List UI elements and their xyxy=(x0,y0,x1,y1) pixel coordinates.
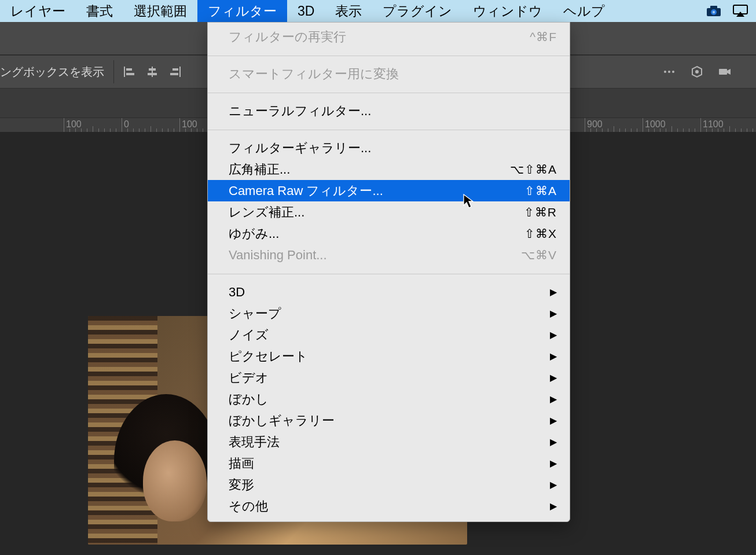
menu-item[interactable]: フィルターギャラリー... xyxy=(208,134,570,159)
svg-rect-7 xyxy=(126,68,132,71)
menu-item: スマートフィルター用に変換 xyxy=(208,60,570,89)
submenu-arrow-icon: ▶ xyxy=(550,372,557,383)
ruler-label: 100 xyxy=(66,119,82,130)
svg-rect-6 xyxy=(124,67,125,77)
submenu-arrow-icon: ▶ xyxy=(550,329,557,340)
menu-item[interactable]: ピクセレート▶ xyxy=(208,346,570,367)
menu-item[interactable]: 広角補正...⌥⇧⌘A xyxy=(208,159,570,180)
menu-item: Vanishing Point...⌥⌘V xyxy=(208,244,570,270)
menu-3d[interactable]: 3D xyxy=(287,0,325,22)
menu-item[interactable]: ぼかし▶ xyxy=(208,388,570,410)
menu-item-label: ニューラルフィルター... xyxy=(229,102,557,120)
menu-item-label: ぼかしギャラリー xyxy=(229,412,550,429)
svg-point-17 xyxy=(672,71,674,73)
svg-rect-20 xyxy=(719,69,727,75)
menu-item[interactable]: その他▶ xyxy=(208,495,570,521)
menu-item-label: ゆがみ... xyxy=(229,225,524,242)
menu-item[interactable]: 3D▶ xyxy=(208,278,570,303)
menu-item[interactable]: レンズ補正...⇧⌘R xyxy=(208,201,570,223)
menu-item-label: シャープ xyxy=(229,305,550,322)
menu-item-label: ノイズ xyxy=(229,326,550,344)
menu-shortcut: ⇧⌘R xyxy=(524,205,557,219)
menu-item[interactable]: ぼかしギャラリー▶ xyxy=(208,410,570,431)
menu-item-label: ビデオ xyxy=(229,369,550,387)
option-transform-bbox-label: ングボックスを表示 xyxy=(0,64,110,80)
svg-marker-21 xyxy=(727,69,731,75)
menu-shortcut: ^⌘F xyxy=(530,30,557,44)
svg-point-19 xyxy=(695,70,699,73)
menu-type[interactable]: 書式 xyxy=(76,0,123,22)
menu-item[interactable]: 描画▶ xyxy=(208,453,570,474)
menu-help[interactable]: ヘルプ xyxy=(553,0,615,22)
menu-item[interactable]: ニューラルフィルター... xyxy=(208,97,570,126)
menu-item-label: Vanishing Point... xyxy=(229,248,521,263)
menu-item-label: レンズ補正... xyxy=(229,204,524,221)
menu-shortcut: ⌥⌘V xyxy=(521,248,557,262)
svg-rect-11 xyxy=(148,73,157,75)
menu-shortcut: ⇧⌘X xyxy=(524,227,557,241)
menu-item-label: Camera Raw フィルター... xyxy=(229,182,524,200)
svg-rect-8 xyxy=(126,73,134,75)
options-more-icon[interactable] xyxy=(662,65,676,79)
submenu-arrow-icon: ▶ xyxy=(550,394,557,405)
svg-rect-13 xyxy=(173,68,178,71)
submenu-arrow-icon: ▶ xyxy=(550,458,557,469)
menu-window[interactable]: ウィンドウ xyxy=(463,0,553,22)
ruler-label: 100 xyxy=(182,119,197,130)
menu-item[interactable]: 変形▶ xyxy=(208,474,570,495)
menu-item-label: フィルターギャラリー... xyxy=(229,139,557,157)
align-right-edges-icon[interactable] xyxy=(168,65,182,79)
svg-point-15 xyxy=(664,71,666,73)
menu-plugin[interactable]: プラグイン xyxy=(372,0,463,22)
menu-view[interactable]: 表示 xyxy=(325,0,372,22)
svg-rect-12 xyxy=(179,67,181,77)
camera-mode-icon[interactable] xyxy=(718,65,732,79)
menu-item-label: ピクセレート xyxy=(229,348,550,365)
menu-item[interactable]: ノイズ▶ xyxy=(208,324,570,346)
menu-item-label: 変形 xyxy=(229,476,550,494)
menu-filter[interactable]: フィルター xyxy=(197,0,287,22)
menu-item-label: 表現手法 xyxy=(229,433,550,451)
menu-item[interactable]: ビデオ▶ xyxy=(208,367,570,388)
svg-rect-10 xyxy=(149,68,156,71)
menu-shortcut: ⇧⌘A xyxy=(524,184,557,198)
menu-item[interactable]: シャープ▶ xyxy=(208,303,570,324)
menu-item-label: その他 xyxy=(229,498,550,515)
submenu-arrow-icon: ▶ xyxy=(550,479,557,490)
svg-point-3 xyxy=(713,11,715,13)
submenu-arrow-icon: ▶ xyxy=(550,351,557,362)
menu-item[interactable]: 表現手法▶ xyxy=(208,431,570,453)
menu-item-label: 描画 xyxy=(229,455,550,472)
menu-item-label: フィルターの再実行 xyxy=(229,28,530,46)
menu-item[interactable]: Camera Raw フィルター...⇧⌘A xyxy=(208,180,570,201)
svg-rect-14 xyxy=(170,73,178,75)
airplay-icon[interactable] xyxy=(727,5,754,17)
svg-rect-1 xyxy=(710,6,717,9)
svg-point-16 xyxy=(668,71,670,73)
menu-item-label: 広角補正... xyxy=(229,161,510,178)
ruler-label: 900 xyxy=(587,119,603,130)
menu-item-label: 3D xyxy=(229,285,550,300)
menubar: レイヤー 書式 選択範囲 フィルター 3D 表示 プラグイン ウィンドウ ヘルプ xyxy=(0,0,756,22)
camera-icon[interactable] xyxy=(700,5,727,17)
submenu-arrow-icon: ▶ xyxy=(550,308,557,319)
svg-rect-9 xyxy=(152,67,153,77)
submenu-arrow-icon: ▶ xyxy=(550,436,557,447)
ruler-label: 0 xyxy=(124,119,129,130)
menu-item[interactable]: ゆがみ...⇧⌘X xyxy=(208,223,570,244)
menu-item-label: ぼかし xyxy=(229,391,550,408)
align-left-edges-icon[interactable] xyxy=(122,65,136,79)
submenu-arrow-icon: ▶ xyxy=(550,286,557,297)
menu-item: フィルターの再実行^⌘F xyxy=(208,23,570,52)
filter-menu-dropdown: フィルターの再実行^⌘Fスマートフィルター用に変換ニューラルフィルター...フィ… xyxy=(207,22,570,522)
menu-shortcut: ⌥⇧⌘A xyxy=(510,163,557,177)
align-horizontal-centers-icon[interactable] xyxy=(145,65,159,79)
menu-item-label: スマートフィルター用に変換 xyxy=(229,65,557,83)
menu-layer[interactable]: レイヤー xyxy=(0,0,76,22)
submenu-arrow-icon: ▶ xyxy=(550,415,557,426)
submenu-arrow-icon: ▶ xyxy=(550,501,557,512)
3d-mode-icon[interactable] xyxy=(690,65,704,79)
menu-select[interactable]: 選択範囲 xyxy=(123,0,197,22)
